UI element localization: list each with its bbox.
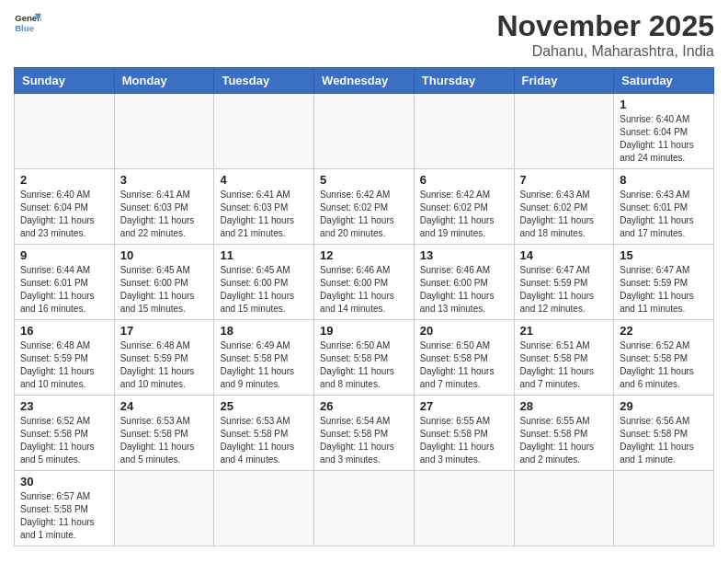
- calendar-cell: [214, 471, 314, 546]
- day-number: 27: [420, 399, 508, 413]
- day-number: 8: [620, 173, 708, 187]
- day-number: 2: [20, 173, 108, 187]
- day-number: 12: [320, 248, 408, 262]
- day-number: 21: [520, 324, 609, 338]
- calendar-cell: 6Sunrise: 6:42 AM Sunset: 6:02 PM Daylig…: [414, 169, 514, 245]
- calendar-week-row-1: 1Sunrise: 6:40 AM Sunset: 6:04 PM Daylig…: [15, 94, 714, 169]
- calendar-cell: 27Sunrise: 6:55 AM Sunset: 5:58 PM Dayli…: [414, 396, 514, 471]
- calendar-cell: 5Sunrise: 6:42 AM Sunset: 6:02 PM Daylig…: [314, 169, 415, 245]
- calendar-cell: [614, 471, 714, 546]
- month-title: November 2025: [496, 9, 714, 43]
- svg-text:Blue: Blue: [15, 23, 34, 33]
- day-info: Sunrise: 6:49 AM Sunset: 5:58 PM Dayligh…: [220, 339, 308, 391]
- day-info: Sunrise: 6:42 AM Sunset: 6:02 PM Dayligh…: [420, 189, 508, 240]
- day-number: 14: [520, 248, 609, 262]
- calendar-cell: 19Sunrise: 6:50 AM Sunset: 5:58 PM Dayli…: [314, 320, 415, 396]
- calendar-cell: [314, 94, 415, 169]
- calendar-cell: 14Sunrise: 6:47 AM Sunset: 5:59 PM Dayli…: [514, 245, 614, 320]
- calendar-cell: [414, 94, 514, 169]
- location-title: Dahanu, Maharashtra, India: [496, 43, 714, 60]
- day-info: Sunrise: 6:41 AM Sunset: 6:03 PM Dayligh…: [120, 189, 209, 240]
- calendar-week-row-2: 2Sunrise: 6:40 AM Sunset: 6:04 PM Daylig…: [15, 169, 714, 245]
- page: General Blue November 2025 Dahanu, Mahar…: [0, 0, 728, 556]
- logo-icon: General Blue: [14, 9, 41, 37]
- day-number: 23: [20, 399, 108, 413]
- day-info: Sunrise: 6:51 AM Sunset: 5:58 PM Dayligh…: [520, 339, 609, 391]
- calendar-cell: 25Sunrise: 6:53 AM Sunset: 5:58 PM Dayli…: [214, 396, 314, 471]
- day-info: Sunrise: 6:48 AM Sunset: 5:59 PM Dayligh…: [120, 339, 209, 391]
- calendar-cell: 4Sunrise: 6:41 AM Sunset: 6:03 PM Daylig…: [214, 169, 314, 245]
- day-number: 24: [120, 399, 209, 413]
- day-info: Sunrise: 6:50 AM Sunset: 5:58 PM Dayligh…: [320, 339, 408, 391]
- day-info: Sunrise: 6:57 AM Sunset: 5:58 PM Dayligh…: [20, 490, 108, 542]
- day-number: 6: [420, 173, 508, 187]
- day-info: Sunrise: 6:46 AM Sunset: 6:00 PM Dayligh…: [320, 264, 408, 316]
- day-info: Sunrise: 6:42 AM Sunset: 6:02 PM Dayligh…: [320, 189, 408, 240]
- calendar-cell: 28Sunrise: 6:55 AM Sunset: 5:58 PM Dayli…: [514, 396, 614, 471]
- day-number: 4: [220, 173, 308, 187]
- day-info: Sunrise: 6:43 AM Sunset: 6:01 PM Dayligh…: [620, 189, 708, 240]
- day-number: 7: [520, 173, 609, 187]
- calendar-cell: [114, 471, 214, 546]
- day-info: Sunrise: 6:46 AM Sunset: 6:00 PM Dayligh…: [420, 264, 508, 316]
- day-number: 25: [220, 399, 308, 413]
- header: General Blue November 2025 Dahanu, Mahar…: [14, 9, 714, 60]
- day-info: Sunrise: 6:40 AM Sunset: 6:04 PM Dayligh…: [20, 189, 108, 240]
- column-header-saturday: Saturday: [614, 68, 714, 94]
- day-info: Sunrise: 6:55 AM Sunset: 5:58 PM Dayligh…: [520, 415, 609, 466]
- calendar-cell: 20Sunrise: 6:50 AM Sunset: 5:58 PM Dayli…: [414, 320, 514, 396]
- calendar-cell: 24Sunrise: 6:53 AM Sunset: 5:58 PM Dayli…: [114, 396, 214, 471]
- calendar-cell: 16Sunrise: 6:48 AM Sunset: 5:59 PM Dayli…: [15, 320, 115, 396]
- day-info: Sunrise: 6:45 AM Sunset: 6:00 PM Dayligh…: [220, 264, 308, 316]
- day-number: 3: [120, 173, 209, 187]
- calendar-cell: 23Sunrise: 6:52 AM Sunset: 5:58 PM Dayli…: [15, 396, 115, 471]
- calendar-cell: [514, 94, 614, 169]
- day-number: 11: [220, 248, 308, 262]
- day-info: Sunrise: 6:45 AM Sunset: 6:00 PM Dayligh…: [120, 264, 209, 316]
- calendar-cell: 3Sunrise: 6:41 AM Sunset: 6:03 PM Daylig…: [114, 169, 214, 245]
- calendar-cell: 9Sunrise: 6:44 AM Sunset: 6:01 PM Daylig…: [15, 245, 115, 320]
- column-header-sunday: Sunday: [15, 68, 115, 94]
- day-number: 18: [220, 324, 308, 338]
- calendar-cell: 8Sunrise: 6:43 AM Sunset: 6:01 PM Daylig…: [614, 169, 714, 245]
- day-number: 29: [620, 399, 708, 413]
- column-header-tuesday: Tuesday: [214, 68, 314, 94]
- calendar-week-row-5: 23Sunrise: 6:52 AM Sunset: 5:58 PM Dayli…: [15, 396, 714, 471]
- calendar-cell: 10Sunrise: 6:45 AM Sunset: 6:00 PM Dayli…: [114, 245, 214, 320]
- calendar-cell: 1Sunrise: 6:40 AM Sunset: 6:04 PM Daylig…: [614, 94, 714, 169]
- day-number: 17: [120, 324, 209, 338]
- calendar-week-row-3: 9Sunrise: 6:44 AM Sunset: 6:01 PM Daylig…: [15, 245, 714, 320]
- calendar-week-row-4: 16Sunrise: 6:48 AM Sunset: 5:59 PM Dayli…: [15, 320, 714, 396]
- day-info: Sunrise: 6:40 AM Sunset: 6:04 PM Dayligh…: [620, 113, 708, 165]
- calendar-cell: 22Sunrise: 6:52 AM Sunset: 5:58 PM Dayli…: [614, 320, 714, 396]
- day-info: Sunrise: 6:47 AM Sunset: 5:59 PM Dayligh…: [620, 264, 708, 316]
- calendar-cell: 17Sunrise: 6:48 AM Sunset: 5:59 PM Dayli…: [114, 320, 214, 396]
- calendar-cell: 13Sunrise: 6:46 AM Sunset: 6:00 PM Dayli…: [414, 245, 514, 320]
- day-number: 1: [620, 98, 708, 111]
- day-number: 19: [320, 324, 408, 338]
- calendar-cell: 26Sunrise: 6:54 AM Sunset: 5:58 PM Dayli…: [314, 396, 415, 471]
- day-info: Sunrise: 6:41 AM Sunset: 6:03 PM Dayligh…: [220, 189, 308, 240]
- day-number: 30: [20, 475, 108, 488]
- calendar-table: SundayMondayTuesdayWednesdayThursdayFrid…: [14, 67, 714, 546]
- day-number: 22: [620, 324, 708, 338]
- calendar-cell: 12Sunrise: 6:46 AM Sunset: 6:00 PM Dayli…: [314, 245, 415, 320]
- day-number: 15: [620, 248, 708, 262]
- day-number: 9: [20, 248, 108, 262]
- day-number: 26: [320, 399, 408, 413]
- calendar-cell: [314, 471, 415, 546]
- day-info: Sunrise: 6:52 AM Sunset: 5:58 PM Dayligh…: [20, 415, 108, 466]
- calendar-week-row-6: 30Sunrise: 6:57 AM Sunset: 5:58 PM Dayli…: [15, 471, 714, 546]
- column-header-wednesday: Wednesday: [314, 68, 415, 94]
- day-number: 13: [420, 248, 508, 262]
- day-info: Sunrise: 6:43 AM Sunset: 6:02 PM Dayligh…: [520, 189, 609, 240]
- column-header-friday: Friday: [514, 68, 614, 94]
- calendar-cell: 29Sunrise: 6:56 AM Sunset: 5:58 PM Dayli…: [614, 396, 714, 471]
- calendar-cell: 18Sunrise: 6:49 AM Sunset: 5:58 PM Dayli…: [214, 320, 314, 396]
- calendar-cell: 7Sunrise: 6:43 AM Sunset: 6:02 PM Daylig…: [514, 169, 614, 245]
- day-number: 5: [320, 173, 408, 187]
- calendar-cell: [414, 471, 514, 546]
- calendar-cell: 30Sunrise: 6:57 AM Sunset: 5:58 PM Dayli…: [15, 471, 115, 546]
- calendar-header-row: SundayMondayTuesdayWednesdayThursdayFrid…: [15, 68, 714, 94]
- calendar-cell: [15, 94, 115, 169]
